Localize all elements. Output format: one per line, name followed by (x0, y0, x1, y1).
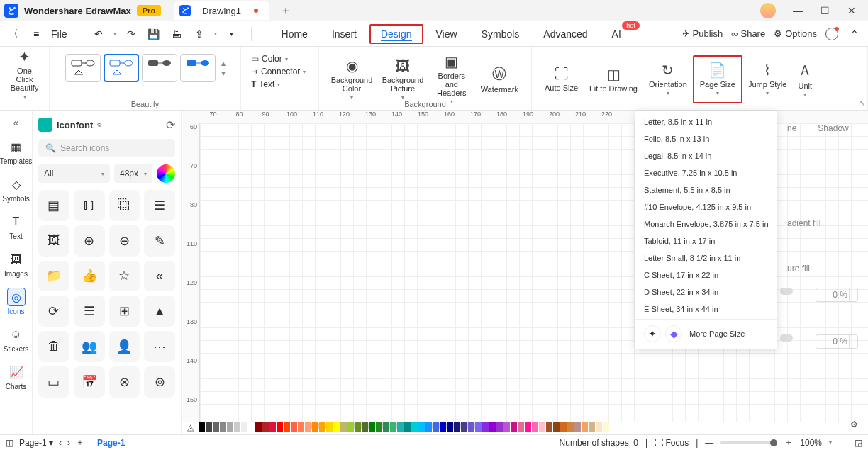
color-swatch[interactable] (447, 422, 453, 432)
eyedropper-icon[interactable]: ◬ (187, 422, 194, 432)
print-button[interactable]: 🖶 (169, 26, 184, 42)
color-swatch[interactable] (461, 422, 467, 432)
save-button[interactable]: 💾 (146, 26, 162, 42)
page-picker[interactable]: Page-1 ▾ (19, 438, 53, 448)
page-size-option[interactable]: D Sheet, 22 in x 34 in (635, 283, 777, 300)
share-button[interactable]: ∞Share (731, 28, 765, 39)
color-swatch[interactable] (312, 422, 318, 432)
canvas[interactable]: 7080901001101201301401501601701801902002… (182, 111, 868, 434)
page-size-option[interactable]: Statement, 5.5 in x 8.5 in (635, 181, 777, 198)
color-swatch[interactable] (206, 422, 212, 432)
color-swatch[interactable] (404, 422, 411, 432)
menu-icon[interactable]: ≡ (28, 26, 44, 42)
zoom-slider[interactable] (720, 441, 777, 444)
page-tab[interactable]: Page-1 (90, 438, 132, 448)
zoom-out[interactable]: — (705, 438, 713, 448)
icon-item[interactable]: ✎ (144, 225, 175, 257)
fullscreen-icon[interactable]: ◲ (855, 438, 862, 448)
color-swatch[interactable] (589, 422, 595, 432)
color-swatch[interactable] (553, 422, 560, 432)
one-click-beautify-button[interactable]: ✦ One Click Beautify ▾ (5, 50, 45, 98)
icon-item[interactable]: ⟳ (38, 296, 69, 327)
icon-item[interactable]: 📅 (74, 366, 105, 398)
page-size-option[interactable]: E Sheet, 34 in x 44 in (635, 300, 777, 317)
beautify-style-2[interactable] (104, 54, 139, 82)
refresh-icons-button[interactable]: ⟳ (166, 118, 175, 132)
undo-button[interactable]: ↶ (91, 26, 106, 42)
color-swatch[interactable] (199, 422, 205, 432)
bg-picture-button[interactable]: 🖼Background Picture▾ (377, 55, 428, 103)
color-swatch[interactable] (511, 422, 517, 432)
beautify-style-4[interactable] (180, 54, 216, 82)
color-swatch[interactable] (468, 422, 474, 432)
maximize-button[interactable]: ☐ (813, 1, 837, 20)
color-swatch[interactable] (397, 422, 404, 432)
page-size-option[interactable]: Folio, 8.5 in x 13 in (635, 130, 777, 147)
page-size-option[interactable]: #10 Envelope, 4.125 in x 9.5 in (635, 198, 777, 215)
document-tab[interactable]: ど Drawing1 (174, 1, 269, 20)
color-swatch[interactable] (503, 422, 510, 432)
close-button[interactable]: ✕ (840, 1, 864, 20)
focus-mode[interactable]: ⛶ Focus (655, 438, 689, 448)
color-swatch[interactable] (567, 422, 574, 432)
orientation-button[interactable]: ↻Orientation▾ (643, 55, 693, 103)
color-swatch[interactable] (291, 422, 297, 432)
rail-icons[interactable]: ◎Icons (2, 285, 30, 318)
rail-symbols[interactable]: ◇Symbols (2, 172, 30, 206)
icon-item[interactable]: ☆ (109, 261, 140, 292)
color-swatch[interactable] (376, 422, 382, 432)
color-dropdown[interactable]: ▭Color▾ (248, 52, 291, 65)
icon-item[interactable]: 👥 (74, 331, 105, 362)
icon-item[interactable]: ⊞ (109, 296, 140, 327)
color-swatch[interactable] (390, 422, 396, 432)
collapse-ribbon-button[interactable]: ⌃ (847, 26, 862, 42)
icon-item[interactable]: ▲ (144, 296, 175, 327)
fit-page-icon[interactable]: ⛶ (839, 438, 847, 448)
text-dropdown[interactable]: TText▾ (248, 78, 283, 91)
format-settings-icon[interactable]: ⚙ (845, 416, 862, 433)
rail-images[interactable]: 🖼Images (2, 247, 30, 281)
icon-item[interactable]: 🗑 (38, 331, 69, 362)
rail-stickers[interactable]: ☺Stickers (2, 322, 30, 356)
page-size-button[interactable]: 📄Page Size▾ (693, 55, 742, 103)
file-menu[interactable]: File (51, 28, 67, 40)
color-swatch[interactable] (298, 422, 304, 432)
color-swatch[interactable] (418, 422, 425, 432)
qat-customize[interactable]: ▾ (224, 26, 240, 42)
color-swatch[interactable] (326, 422, 333, 432)
icon-item[interactable]: ⊖ (109, 225, 140, 257)
rail-text[interactable]: TText (2, 210, 30, 243)
bg-color-button[interactable]: ◉Background Color▾ (326, 55, 377, 103)
color-swatch[interactable] (355, 422, 361, 432)
color-swatch[interactable] (248, 422, 255, 432)
color-swatch[interactable] (383, 422, 389, 432)
menu-home[interactable]: Home (270, 24, 319, 44)
icon-category-select[interactable]: All▾ (38, 164, 110, 183)
minimize-button[interactable]: — (786, 1, 810, 20)
add-page[interactable]: ＋ (76, 437, 84, 449)
icon-item[interactable]: 👍 (74, 261, 105, 292)
color-swatch[interactable] (284, 422, 290, 432)
page-size-option[interactable]: Letter Small, 8 1/2 in x 11 in (635, 249, 777, 266)
icon-item[interactable]: ☰ (144, 190, 175, 221)
page-size-option[interactable]: C Sheet, 17 in x 22 in (635, 266, 777, 283)
color-swatch[interactable] (269, 422, 276, 432)
prev-page[interactable]: ‹ (59, 438, 62, 448)
icon-color-picker[interactable] (157, 164, 175, 183)
color-swatch[interactable] (340, 422, 347, 432)
color-swatch[interactable] (411, 422, 418, 432)
color-swatch[interactable] (603, 422, 609, 432)
color-swatch[interactable] (369, 422, 375, 432)
icon-item[interactable]: 📁 (38, 261, 69, 292)
color-swatch[interactable] (518, 422, 524, 432)
user-avatar[interactable] (760, 3, 776, 18)
color-swatch[interactable] (333, 422, 340, 432)
diamond-icon[interactable]: ◆ (665, 325, 682, 342)
menu-symbols[interactable]: Symbols (470, 24, 531, 44)
zoom-in[interactable]: ＋ (784, 437, 793, 449)
publish-button[interactable]: ✈Publish (682, 28, 723, 39)
color-swatch[interactable] (319, 422, 326, 432)
color-swatch[interactable] (255, 422, 262, 432)
menu-view[interactable]: View (425, 24, 469, 44)
borders-button[interactable]: ▣Borders and Headers▾ (428, 55, 475, 103)
